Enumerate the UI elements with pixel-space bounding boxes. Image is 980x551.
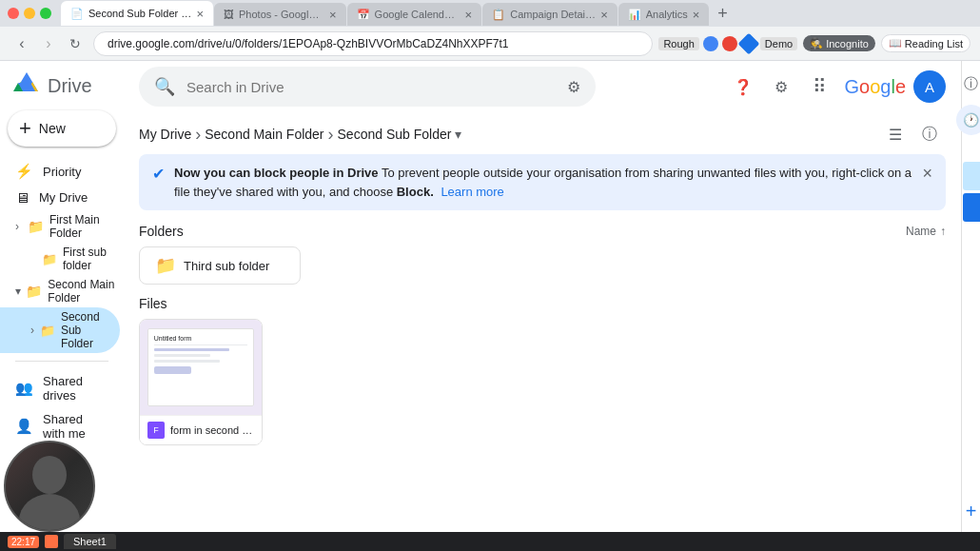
time-badge: 22:17 <box>8 536 39 548</box>
folders-label: Folders <box>139 224 184 239</box>
info-panel-button[interactable]: ⓘ <box>913 118 946 150</box>
tree-item-second-main[interactable]: ▾ 📁 Second Main Folder <box>0 275 120 307</box>
tree-section: › 📁 First Main Folder 📁 First sub folder… <box>0 210 124 353</box>
tab-photos-favicon: 🖼 <box>224 9 234 20</box>
file-preview-line-1 <box>154 348 229 351</box>
tab-campaign-favicon: 📋 <box>492 9 505 21</box>
url-bar[interactable]: drive.google.com/drive/u/0/folders/1EPOA… <box>93 31 653 56</box>
search-bar[interactable]: 🔍 ⚙ <box>139 67 596 107</box>
folder-item-third-sub[interactable]: 📁 Third sub folder <box>139 246 301 285</box>
breadcrumb-root[interactable]: My Drive <box>139 127 191 142</box>
tab-photos-close[interactable]: × <box>329 8 337 22</box>
new-plus-icon: + <box>19 118 31 139</box>
second-main-folder-icon: 📁 <box>26 284 42 299</box>
tab-calendar[interactable]: 📅 Google Calendar - Week of 2l... × <box>347 3 482 26</box>
tab-drive-close[interactable]: × <box>196 7 204 21</box>
minimize-traffic-light[interactable] <box>24 8 35 19</box>
ext-blue-diamond[interactable] <box>738 32 760 54</box>
sticky-btn-top[interactable] <box>963 162 980 190</box>
tab-drive-label: Second Sub Folder - Google D... <box>88 8 191 19</box>
second-main-folder-label: Second Main Folder <box>48 278 116 305</box>
tree-item-first-sub[interactable]: 📁 First sub folder <box>0 243 120 275</box>
right-panel-add-btn[interactable]: + <box>958 498 981 524</box>
tab-analytics-label: Analytics <box>646 9 688 20</box>
bottom-bar: 22:17 Sheet1 <box>0 532 980 551</box>
file-name-row: F form in second sub folder <box>140 415 262 444</box>
orange-square[interactable] <box>45 535 58 548</box>
bottom-sheet-item[interactable]: Sheet1 <box>64 534 116 549</box>
apps-button[interactable]: ⠿ <box>802 69 836 104</box>
first-main-folder-label: First Main Folder <box>49 213 116 240</box>
app-container: Drive + New ⚡ Priority 🖥 My Drive › 📁 Fi… <box>0 61 980 532</box>
tab-analytics-close[interactable]: × <box>693 8 700 22</box>
file-type-letter: F <box>153 425 159 435</box>
my-drive-label: My Drive <box>39 190 88 205</box>
breadcrumb: My Drive › Second Main Folder › Second S… <box>124 112 961 154</box>
tab-drive-favicon: 📄 <box>70 8 84 20</box>
sticky-btn-blue[interactable] <box>963 193 980 222</box>
settings-button[interactable]: ⚙ <box>764 69 798 104</box>
reload-button[interactable]: ↻ <box>63 31 88 56</box>
svg-point-11 <box>32 456 67 494</box>
back-button[interactable]: ‹ <box>10 31 34 56</box>
sidebar-item-shared-with-me[interactable]: 👤 Shared with me <box>0 407 116 445</box>
breadcrumb-sep-1: › <box>195 126 201 143</box>
tab-photos[interactable]: 🖼 Photos - Google Photos × <box>214 3 346 26</box>
forward-button[interactable]: › <box>36 31 61 56</box>
maximize-traffic-light[interactable] <box>40 8 51 19</box>
list-view-button[interactable]: ☰ <box>879 118 911 150</box>
file-preview-inner: Untitled form <box>147 328 255 406</box>
file-preview-line-3 <box>154 360 220 363</box>
new-button-label: New <box>39 121 66 136</box>
tree-item-second-sub[interactable]: › 📁 Second Sub Folder <box>0 307 120 353</box>
file-item-form[interactable]: Untitled form F fo <box>139 319 263 445</box>
search-options-icon[interactable]: ⚙ <box>567 78 580 96</box>
ext-rough[interactable]: Rough <box>658 37 698 50</box>
banner-learn-more-link[interactable]: Learn more <box>441 185 503 199</box>
breadcrumb-parent[interactable]: Second Main Folder <box>205 127 323 142</box>
banner-close-icon[interactable]: × <box>922 164 932 184</box>
priority-icon: ⚡ <box>15 163 33 180</box>
chevron-right-icon: › <box>15 220 26 233</box>
sticky-right-buttons <box>963 162 980 222</box>
sort-asc-icon[interactable]: ↑ <box>940 225 946 238</box>
file-preview: Untitled form <box>140 320 262 415</box>
sidebar-item-my-drive[interactable]: 🖥 My Drive <box>0 185 116 210</box>
tab-campaign[interactable]: 📋 Campaign Details - 645-453-... × <box>482 3 617 26</box>
tab-calendar-close[interactable]: × <box>465 8 473 22</box>
shared-drives-label: Shared drives <box>43 374 101 403</box>
tree-item-first-main[interactable]: › 📁 First Main Folder <box>0 210 120 243</box>
reading-list-badge[interactable]: 📖 Reading List <box>881 34 970 52</box>
sidebar-divider <box>15 361 108 362</box>
search-icon: 🔍 <box>154 76 175 97</box>
avatar[interactable]: A <box>913 70 946 103</box>
sidebar-item-priority[interactable]: ⚡ Priority <box>0 158 116 185</box>
url-text: drive.google.com/drive/u/0/folders/1EPOA… <box>108 37 509 50</box>
file-type-icon: F <box>147 422 165 439</box>
ext-red-dot[interactable] <box>722 36 737 51</box>
browser-chrome: 📄 Second Sub Folder - Google D... × 🖼 Ph… <box>0 0 980 27</box>
sidebar-item-shared-drives[interactable]: 👥 Shared drives <box>0 369 116 407</box>
files-section: Files Untitled form <box>139 296 946 445</box>
new-button[interactable]: + New <box>8 110 116 147</box>
tab-drive[interactable]: 📄 Second Sub Folder - Google D... × <box>61 1 213 26</box>
banner-action-word: Block. <box>397 185 434 199</box>
webcam-overlay <box>4 441 95 532</box>
ext-blue-dot[interactable] <box>703 36 718 51</box>
search-input[interactable] <box>186 79 556 95</box>
folders-header: Folders Name ↑ <box>139 224 946 239</box>
file-preview-line-2 <box>154 354 210 357</box>
breadcrumb-dropdown-icon[interactable]: ▾ <box>455 127 461 142</box>
new-tab-button[interactable]: + <box>710 1 735 26</box>
my-drive-icon: 🖥 <box>15 189 29 206</box>
tab-photos-label: Photos - Google Photos <box>239 9 324 20</box>
help-button[interactable]: ❓ <box>726 69 760 104</box>
tab-analytics[interactable]: 📊 Analytics × <box>618 3 710 26</box>
second-sub-folder-label: Second Sub Folder <box>61 310 116 350</box>
top-bar: 🔍 ⚙ ❓ ⚙ ⠿ Google A <box>124 61 961 112</box>
breadcrumb-current: Second Sub Folder <box>338 127 452 142</box>
ext-demo[interactable]: Demo <box>760 37 797 50</box>
content-area: ✔ Now you can block people in Drive To p… <box>124 154 961 532</box>
close-traffic-light[interactable] <box>8 8 19 19</box>
tab-campaign-close[interactable]: × <box>600 8 608 22</box>
